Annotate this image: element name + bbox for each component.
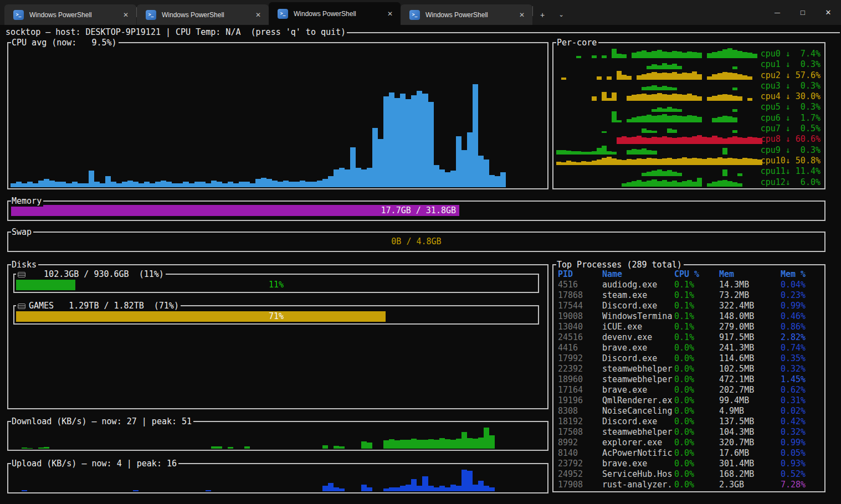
- chart-bar: [394, 440, 400, 449]
- window-controls: — □ ✕: [765, 0, 841, 25]
- spark-bar: [732, 182, 737, 187]
- spark-bar: [632, 95, 637, 101]
- spark-bar: [662, 180, 667, 187]
- chart-bar: [177, 183, 183, 187]
- spark-bar: [747, 76, 752, 80]
- spark-bar: [652, 85, 657, 90]
- spark-bar: [677, 173, 682, 176]
- process-cell-pid: 4516: [558, 280, 602, 290]
- close-button[interactable]: ✕: [816, 0, 841, 25]
- spark-bar: [622, 160, 627, 165]
- chart-bar: [206, 183, 211, 187]
- spark-bar: [642, 137, 647, 144]
- spark-bar: [662, 114, 667, 122]
- spark-bar: [657, 50, 662, 58]
- minimize-button[interactable]: —: [765, 0, 790, 25]
- chart-bar: [22, 183, 27, 187]
- process-cell-mem: 137.5MB: [719, 416, 781, 427]
- chart-bar: [489, 435, 495, 449]
- process-cell-mem_pct: 0.52%: [781, 469, 823, 480]
- process-cell-pid: 17992: [558, 353, 602, 364]
- spark-bar: [722, 72, 727, 80]
- spark-bar: [627, 76, 632, 80]
- process-cell-name: rust-analyzer.: [602, 480, 674, 490]
- spark-bar: [632, 149, 637, 155]
- spark-bar: [702, 159, 707, 165]
- tab-close-icon[interactable]: ✕: [121, 11, 131, 19]
- memory-usage-text: 17.7GB / 31.8GB: [381, 205, 456, 216]
- process-row: 17164brave.exe0.0%202.7MB0.62%: [558, 385, 823, 395]
- process-cell-mem: 202.7MB: [719, 385, 781, 395]
- process-cell-name: QmlRenderer.ex: [602, 395, 674, 406]
- spark-bar: [637, 75, 642, 80]
- tab-3[interactable]: >_Windows PowerShell✕: [401, 4, 532, 25]
- process-row: 24952ServiceHub.Hos0.0%168.2MB0.52%: [558, 469, 823, 480]
- process-cell-pid: 22392: [558, 364, 602, 374]
- tab-close-icon[interactable]: ✕: [517, 11, 527, 19]
- process-cell-name: devenv.exe: [602, 332, 674, 343]
- tab-title: Windows PowerShell: [294, 10, 385, 18]
- process-cell-cpu: 0.0%: [674, 385, 719, 395]
- spark-bar: [687, 73, 692, 80]
- spark-bar: [737, 159, 742, 165]
- spark-bar: [667, 52, 672, 58]
- tab-close-icon[interactable]: ✕: [385, 10, 395, 18]
- spark-bar: [627, 96, 632, 101]
- spark-bar: [576, 151, 581, 155]
- maximize-button[interactable]: □: [790, 0, 816, 25]
- new-tab-button[interactable]: +: [533, 4, 552, 25]
- spark-bar: [617, 160, 622, 165]
- process-cell-name: steamwebhelper: [602, 364, 674, 374]
- tab-dropdown-button[interactable]: ⌄: [552, 4, 571, 25]
- chart-bar: [461, 470, 467, 491]
- chart-bar: [361, 485, 367, 491]
- spark-bar: [667, 158, 672, 165]
- spark-bar: [712, 182, 717, 187]
- process-cell-name: brave.exe: [602, 343, 674, 353]
- spark-bar: [662, 86, 667, 90]
- chart-bar: [211, 446, 217, 449]
- chart-bar: [461, 150, 467, 187]
- spark-bar: [642, 87, 647, 90]
- spark-bar: [657, 73, 662, 80]
- core-label: cpu8 ↓ 60.6%: [761, 134, 821, 144]
- chart-bar: [228, 447, 233, 449]
- chart-bar: [94, 182, 100, 187]
- spark-bar: [667, 128, 672, 133]
- spark-bar: [657, 181, 662, 187]
- terminal-screen[interactable]: socktop — host: DESKTOP-9P19121 | CPU Te…: [0, 25, 841, 504]
- tab-0[interactable]: >_Windows PowerShell✕: [4, 4, 136, 25]
- spark-bar: [642, 50, 647, 58]
- chart-bar: [16, 182, 22, 187]
- spark-bar: [697, 53, 702, 58]
- spark-bar: [672, 138, 677, 144]
- spark-bar: [732, 73, 737, 80]
- spark-bar: [752, 137, 757, 144]
- spark-bar: [586, 162, 591, 165]
- swap-usage-text: 0B / 4.8GB: [11, 236, 822, 247]
- process-cell-mem: 241.3MB: [719, 343, 781, 353]
- app-header-text: socktop — host: DESKTOP-9P19121 | CPU Te…: [6, 27, 346, 38]
- tab-close-icon[interactable]: ✕: [253, 11, 263, 19]
- core-label: cpu3 ↓ 0.3%: [761, 81, 821, 91]
- chart-bar: [434, 487, 439, 491]
- tab-1[interactable]: >_Windows PowerShell✕: [137, 4, 269, 25]
- process-cell-mem: 320.7MB: [719, 438, 781, 448]
- disk-1-label: GAMES 1.29TB / 1.82TB (71%): [29, 301, 179, 311]
- top-processes-title: Top Processes (289 total): [556, 260, 684, 270]
- upload-title: Upload (KB/s) — now: 4 | peak: 16: [11, 459, 178, 469]
- spark-bar: [707, 137, 712, 144]
- core-label: cpu2 ↓ 57.6%: [761, 70, 821, 80]
- spark-bar: [677, 66, 682, 69]
- process-cell-mem_pct: 0.31%: [781, 395, 823, 406]
- spark-bar: [657, 87, 662, 90]
- spark-bar: [707, 183, 712, 187]
- tab-2[interactable]: >_Windows PowerShell✕: [269, 2, 401, 25]
- process-cell-mem_pct: 0.93%: [781, 459, 823, 469]
- process-row: 13040iCUE.exe0.1%279.0MB0.86%: [558, 322, 823, 332]
- chart-bar: [266, 179, 272, 187]
- chart-bar: [334, 446, 339, 449]
- upload-chart: [11, 470, 545, 491]
- process-cell-cpu: 0.0%: [674, 469, 719, 480]
- spark-bar: [642, 128, 647, 133]
